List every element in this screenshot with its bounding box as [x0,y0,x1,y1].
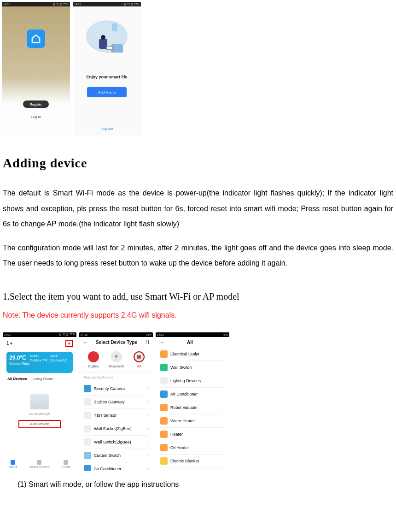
weather-card: 29.0℃Outdoor Temp MiddleOutdoor PM... Mo… [6,352,73,373]
app-logo-icon [27,30,45,48]
screenshot-register: 14:10 알 약 집 77% Register Log in [2,2,70,136]
frequently-added-label: Frequently Added [79,372,153,382]
list-item[interactable]: Oil Heater› [160,441,225,455]
pm-label: Outdoor PM... [30,359,50,362]
status-time: 14:10 [74,3,81,6]
home-dropdown[interactable]: 1 ▾ [6,341,12,346]
list-item[interactable]: Electric Blanket› [160,455,225,468]
section-heading: Adding device [3,156,396,171]
page-title: All [187,340,193,345]
device-list: Electrical Outlet› Wall Switch› Lighting… [156,348,229,471]
list-item[interactable]: Air Conditioner› [160,388,225,401]
welcome-illustration [86,20,128,53]
tab-all-devices[interactable]: All Devices [7,377,27,381]
list-item[interactable]: Robot Vacuum› [160,401,225,414]
screenshot-all-list: 14:10 76% ← All Electrical Outlet› Wall … [156,332,229,471]
list-item[interactable]: Water Heater› [160,414,225,428]
empty-box-icon [30,394,49,409]
add-home-button[interactable]: Add Home [87,87,127,97]
list-item[interactable]: Security Camera› [84,382,148,396]
paragraph-2: The configuration mode will last for 2 m… [3,240,393,271]
device-list: Security Camera› ZigBee Gateway› T&H Sen… [79,382,153,471]
list-item[interactable]: Electrical Outlet› [160,348,225,361]
status-batt: 알 약 집 77% [52,2,69,6]
scan-icon[interactable]: ⌈⌉ [146,340,149,344]
screenshot-dashboard: 14:10 알 약 집 77% 1 ▾ + 29.0℃Outdoor Temp … [3,332,76,471]
page-title: Select Device Type [96,340,137,345]
add-device-button[interactable]: Add Device [18,420,61,428]
status-time: 14:10 [3,3,10,6]
room-tabs: All Devices Living Room [3,375,76,383]
nav-scenes[interactable]: Smart Scenes [29,460,49,468]
status-batt: 76% [222,333,228,336]
screenshot-addhome: 14:10 알 약 집 77% Enjoy your smart life Ad… [73,2,141,136]
status-batt: 알 약 집 77% [123,2,140,6]
cat-bluetooth[interactable]: ✱Bluetooth [109,351,124,368]
status-batt: 76% [146,333,151,336]
pm-value: Middle [30,355,50,358]
nav-profile[interactable]: Profile [61,460,70,468]
temp-label: Outdoor Temp [9,362,29,365]
list-item[interactable]: Wall Socket(ZigBee)› [84,422,148,436]
bottom-nav: Home Smart Scenes Profile [3,458,76,471]
substep-1: (1) Smart wifi mode, or follow the app i… [17,477,396,492]
list-item[interactable]: ZigBee Gateway› [84,396,148,409]
note-text: Note: The device currently supports 2.4G… [3,311,393,319]
status-time: 14:10 [4,333,11,336]
login-link[interactable]: Log in [31,115,41,119]
paragraph-1: The default is Smart Wi-Fi mode as the d… [3,185,393,232]
step-1-heading: 1.Select the item you want to add, use S… [3,291,393,302]
status-bar: 14:10 알 약 집 77% [3,332,76,337]
status-time: 14:10 [157,333,164,336]
bottom-screenshots: 14:10 알 약 집 77% 1 ▾ + 29.0℃Outdoor Temp … [3,332,396,471]
list-item[interactable]: Lighting Devices› [160,374,225,388]
list-item[interactable]: Air Conditioner› [84,462,148,471]
cat-all[interactable]: ▦All [134,351,145,368]
status-bar: 14:10 알 약 집 77% [2,2,70,6]
list-item[interactable]: T&H Sensor› [84,409,148,422]
status-time: 14:15 [81,333,87,336]
list-item[interactable]: Air Purifier› [160,468,225,471]
status-batt: 알 약 집 77% [59,332,75,337]
status-bar: 14:15 76% [79,332,153,337]
list-item[interactable]: Heater› [160,428,225,441]
tab-living-room[interactable]: Living Room [33,377,53,381]
aq-value: Mode.. [50,355,70,358]
register-button[interactable]: Register [23,100,49,108]
screenshot-select-type: 14:15 76% ← Select Device Type ⌈⌉ ZigBee… [79,332,153,471]
temp-value: 29.0℃ [9,355,29,361]
back-button[interactable]: ← [83,340,87,345]
status-bar: 14:10 76% [156,332,229,337]
status-bar: 14:10 알 약 집 77% [73,2,141,6]
nav-home[interactable]: Home [9,460,17,468]
aq-label: Outdoor AQ... [50,359,70,362]
list-item[interactable]: Wall Switch› [160,361,225,374]
add-button[interactable]: + [65,340,73,347]
category-tabs: ZigBee ✱Bluetooth ▦All [79,348,153,372]
empty-text: No devices yet [29,412,50,415]
list-item[interactable]: Wall Switch(ZigBee)› [84,436,148,449]
back-button[interactable]: ← [160,340,165,345]
welcome-headline: Enjoy your smart life [73,75,141,79]
cat-zigbee[interactable]: ZigBee [87,351,99,368]
logout-link[interactable]: Log out [73,127,141,131]
list-item[interactable]: Curtain Switch› [84,449,148,462]
top-screenshots: 14:10 알 약 집 77% Register Log in 14:10 알 … [0,0,396,136]
